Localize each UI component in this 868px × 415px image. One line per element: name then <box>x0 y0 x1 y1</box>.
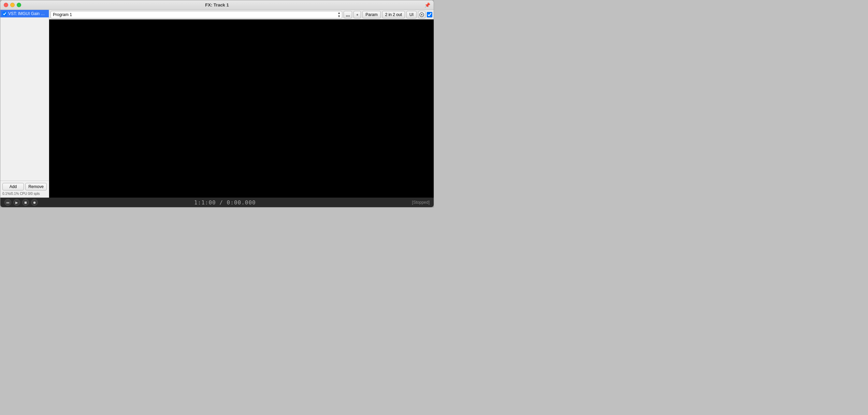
program-select[interactable]: Program 1 <box>50 11 342 18</box>
more-options-button[interactable]: ... <box>344 11 352 18</box>
plugin-name: VST: IMGUI Gain Effect in Rust (DGr <box>8 11 47 16</box>
transport-bar: ⏮ ▶ ⏹ ⏺ 1:1:00 / 0:00.000 [Stopped] <box>0 198 434 207</box>
param-button[interactable]: Param <box>362 11 380 18</box>
fx-panel: Program 1 ▲ ▼ ... + Param 2 in 2 out UI <box>49 10 434 198</box>
sidebar-action-buttons: Add Remove <box>2 183 47 190</box>
play-button[interactable]: ▶ <box>13 199 20 206</box>
title-bar: FX: Track 1 📌 <box>0 0 434 10</box>
midi-button[interactable] <box>418 11 425 18</box>
program-selector-container: Program 1 ▲ ▼ <box>50 11 342 18</box>
midi-icon <box>419 12 424 17</box>
pin-button[interactable]: 📌 <box>424 2 430 8</box>
window-controls <box>4 3 21 7</box>
main-content: VST: IMGUI Gain Effect in Rust (DGr Add … <box>0 10 434 198</box>
minimize-button[interactable] <box>10 3 15 7</box>
fx-toolbar: Program 1 ▲ ▼ ... + Param 2 in 2 out UI <box>49 10 434 19</box>
add-plugin-button[interactable]: Add <box>2 183 24 190</box>
transport-time: 1:1:00 / 0:00.000 <box>194 199 256 206</box>
plugin-display-area <box>49 19 434 198</box>
maximize-button[interactable] <box>17 3 21 7</box>
sidebar-footer: Add Remove 0.1%/0.1% CPU 0/0 spls <box>0 181 49 198</box>
ui-button[interactable]: UI <box>406 11 417 18</box>
close-button[interactable] <box>4 3 8 7</box>
plugin-list: VST: IMGUI Gain Effect in Rust (DGr <box>0 10 49 181</box>
cpu-status: 0.1%/0.1% CPU 0/0 spls <box>2 192 47 196</box>
window-title: FX: Track 1 <box>205 2 229 8</box>
sidebar: VST: IMGUI Gain Effect in Rust (DGr Add … <box>0 10 49 198</box>
io-info-button[interactable]: 2 in 2 out <box>382 11 405 18</box>
rewind-button[interactable]: ⏮ <box>4 199 11 206</box>
stop-button[interactable]: ⏹ <box>22 199 29 206</box>
transport-controls: ⏮ ▶ ⏹ ⏺ <box>4 199 38 206</box>
add-program-button[interactable]: + <box>353 11 361 18</box>
transport-status: [Stopped] <box>412 200 430 205</box>
svg-point-1 <box>421 14 422 15</box>
remove-plugin-button[interactable]: Remove <box>25 183 47 190</box>
plugin-enable-checkbox[interactable] <box>2 12 7 16</box>
record-button[interactable]: ⏺ <box>31 199 38 206</box>
main-window: FX: Track 1 📌 VST: IMGUI Gain Effect in … <box>0 0 434 208</box>
fx-enable-checkbox[interactable] <box>427 12 432 17</box>
plugin-item[interactable]: VST: IMGUI Gain Effect in Rust (DGr <box>0 10 49 17</box>
